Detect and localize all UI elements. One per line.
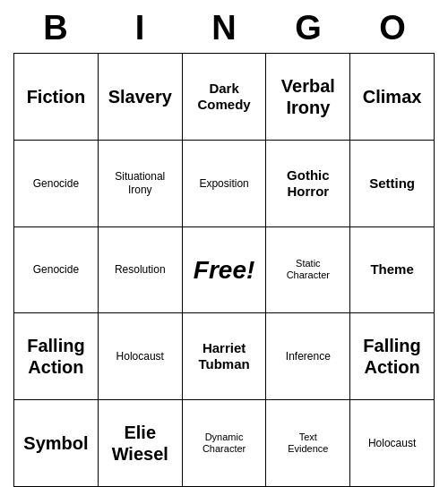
bingo-cell: Exposition <box>182 140 266 226</box>
bingo-cell: GothicHorror <box>266 140 350 226</box>
bingo-cell: Climax <box>350 54 435 141</box>
bingo-letter: N <box>185 9 263 47</box>
bingo-cell: Symbol <box>14 400 99 487</box>
bingo-cell: Theme <box>350 226 435 313</box>
bingo-cell: Fiction <box>14 54 99 141</box>
bingo-cell: Dark Comedy <box>182 54 266 141</box>
bingo-cell: Elie Wiesel <box>98 400 182 487</box>
bingo-cell: Setting <box>350 140 435 226</box>
bingo-grid: FictionSlaveryDark ComedyVerbalIronyClim… <box>13 53 435 487</box>
bingo-cell: SituationalIrony <box>98 140 182 226</box>
bingo-cell: StaticCharacter <box>266 226 350 313</box>
bingo-cell: Holocaust <box>98 313 182 400</box>
bingo-cell: Inference <box>266 313 350 400</box>
bingo-cell: Holocaust <box>350 400 435 487</box>
bingo-letter: O <box>353 9 432 47</box>
bingo-cell: Free! <box>182 226 266 313</box>
bingo-letter: B <box>16 9 95 47</box>
bingo-cell: Genocide <box>14 140 99 226</box>
bingo-cell: FallingAction <box>350 313 435 400</box>
bingo-cell: Genocide <box>14 226 99 313</box>
bingo-letter: G <box>269 9 348 47</box>
bingo-cell: Slavery <box>98 54 182 141</box>
bingo-cell: VerbalIrony <box>266 54 350 141</box>
bingo-cell: FallingAction <box>14 313 99 400</box>
bingo-cell: Resolution <box>98 226 182 313</box>
bingo-cell: DynamicCharacter <box>182 400 266 487</box>
bingo-cell: HarrietTubman <box>182 313 266 400</box>
bingo-header: BINGO <box>13 0 435 53</box>
bingo-letter: I <box>100 9 179 47</box>
bingo-cell: TextEvidence <box>266 400 350 487</box>
